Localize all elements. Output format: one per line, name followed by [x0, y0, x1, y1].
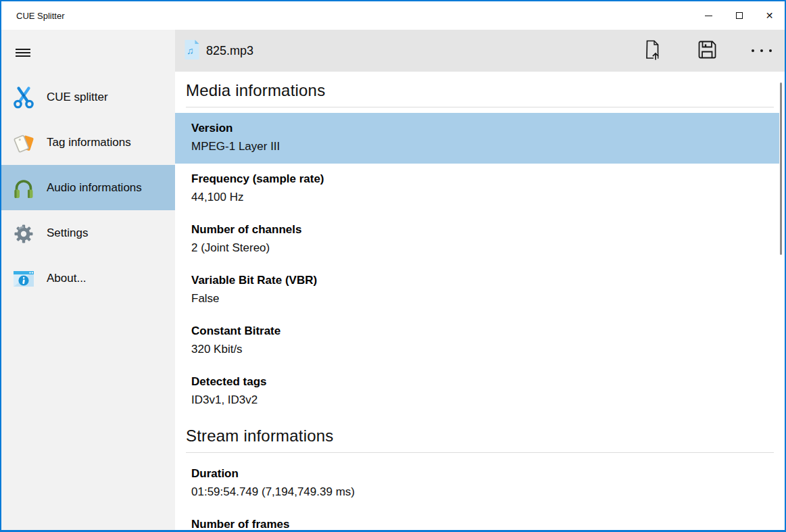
file-name: 825.mp3	[206, 44, 253, 58]
open-file-icon	[641, 39, 663, 63]
sidebar-item-about[interactable]: About...	[1, 256, 175, 301]
open-file-button[interactable]	[636, 34, 668, 67]
sidebar-item-label: Tag informations	[47, 136, 131, 149]
gear-icon	[11, 220, 36, 246]
info-icon	[11, 266, 36, 291]
row-label: Detected tags	[191, 374, 763, 390]
row-value: 320 Kbit/s	[191, 341, 763, 358]
sidebar-item-label: Settings	[47, 226, 88, 240]
row-value: MPEG-1 Layer III	[191, 139, 763, 155]
sidebar-item-tag-informations[interactable]: Tag informations	[1, 120, 175, 165]
vertical-scrollbar[interactable]	[780, 82, 782, 255]
row-label: Variable Bit Rate (VBR)	[191, 272, 763, 289]
section-divider	[186, 452, 774, 453]
info-row-version[interactable]: Version MPEG-1 Layer III	[175, 113, 779, 164]
row-label: Number of channels	[191, 222, 763, 238]
row-value: False	[191, 291, 763, 307]
row-value: 2 (Joint Stereo)	[191, 240, 763, 256]
main-panel: ♫ 825.mp3	[175, 30, 785, 530]
media-info-list: Version MPEG-1 Layer III Frequency (samp…	[175, 113, 785, 417]
save-button[interactable]	[691, 34, 723, 67]
row-value: 44,100 Hz	[191, 189, 763, 205]
more-button[interactable]	[745, 34, 778, 67]
row-value: ID3v1, ID3v2	[191, 392, 763, 408]
info-row-vbr[interactable]: Variable Bit Rate (VBR) False	[175, 265, 779, 316]
titlebar: CUE Splitter ✕	[1, 1, 785, 30]
row-label: Version	[191, 120, 763, 137]
window-controls: ✕	[693, 1, 785, 30]
app-body: CUE splitter	[1, 30, 785, 530]
hamburger-icon	[16, 49, 30, 50]
headphones-icon	[11, 175, 36, 201]
command-bar: ♫ 825.mp3	[175, 30, 785, 72]
info-content: Media informations Version MPEG-1 Layer …	[175, 72, 785, 530]
save-icon	[697, 39, 718, 62]
sidebar-item-label: CUE splitter	[47, 91, 108, 104]
info-row-channels[interactable]: Number of channels 2 (Joint Stereo)	[175, 214, 779, 265]
scissors-icon	[11, 84, 36, 110]
maximize-button[interactable]	[724, 1, 754, 30]
section-divider	[186, 107, 774, 107]
music-file-icon: ♫	[184, 39, 200, 63]
info-row-frames[interactable]: Number of frames	[175, 509, 779, 530]
close-button[interactable]: ✕	[754, 1, 785, 30]
svg-text:♫: ♫	[187, 45, 194, 56]
sidebar-item-audio-informations[interactable]: Audio informations	[1, 165, 175, 210]
sidebar-item-label: Audio informations	[47, 181, 142, 195]
tag-icon	[11, 130, 36, 155]
window-title: CUE Splitter	[16, 11, 65, 21]
maximize-icon	[736, 12, 743, 19]
app-window: CUE Splitter ✕	[0, 0, 786, 532]
info-row-duration[interactable]: Duration 01:59:54.749 (7,194,749.39 ms)	[175, 458, 779, 509]
sidebar-nav: CUE splitter	[1, 74, 175, 301]
info-row-frequency[interactable]: Frequency (sample rate) 44,100 Hz	[175, 164, 779, 214]
more-icon	[752, 49, 772, 52]
info-row-bitrate[interactable]: Constant Bitrate 320 Kbit/s	[175, 316, 779, 366]
command-bar-buttons	[614, 34, 778, 67]
sidebar: CUE splitter	[1, 30, 175, 530]
sidebar-item-label: About...	[47, 272, 87, 285]
row-label: Number of frames	[191, 516, 763, 530]
section-heading: Media informations	[186, 81, 774, 100]
info-row-tags[interactable]: Detected tags ID3v1, ID3v2	[175, 366, 779, 417]
row-label: Constant Bitrate	[191, 323, 763, 339]
close-icon: ✕	[766, 11, 774, 20]
section-heading: Stream informations	[186, 427, 774, 445]
stream-info-list: Duration 01:59:54.749 (7,194,749.39 ms) …	[175, 458, 785, 530]
row-value: 01:59:54.749 (7,194,749.39 ms)	[191, 484, 763, 500]
row-label: Duration	[191, 466, 763, 482]
row-label: Frequency (sample rate)	[191, 171, 763, 187]
sidebar-item-cue-splitter[interactable]: CUE splitter	[1, 74, 175, 120]
sidebar-item-settings[interactable]: Settings	[1, 210, 175, 256]
hamburger-menu-button[interactable]	[10, 39, 37, 66]
current-file: ♫ 825.mp3	[184, 39, 253, 63]
minimize-icon	[705, 16, 712, 16]
minimize-button[interactable]	[693, 1, 724, 30]
